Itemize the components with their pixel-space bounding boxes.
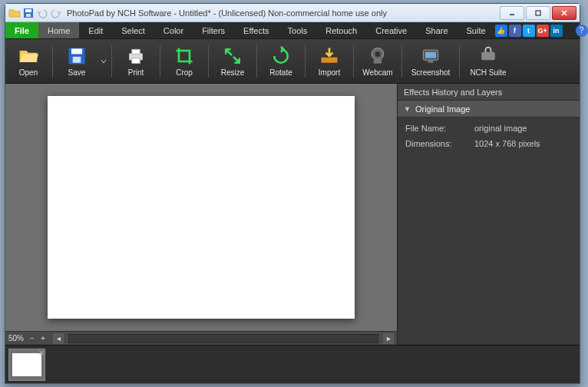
thumbnail[interactable]: ✕ <box>8 349 45 381</box>
menubar: File Home Edit Select Color Filters Effe… <box>5 22 580 39</box>
resize-button[interactable]: Resize <box>211 41 254 81</box>
window-title: PhotoPad by NCH Software - Untitled* - (… <box>67 8 498 18</box>
statusbar: 50% − + ◂ ▸ <box>5 331 397 345</box>
suite-icon <box>477 45 499 67</box>
canvas[interactable] <box>48 96 355 319</box>
scroll-left-button[interactable]: ◂ <box>53 333 64 344</box>
linkedin-icon[interactable]: in <box>550 25 563 37</box>
svg-rect-2 <box>26 14 31 17</box>
separator <box>160 45 160 78</box>
zoom-level: 50% <box>8 334 24 342</box>
menu-filters[interactable]: Filters <box>193 22 234 38</box>
redo-icon[interactable] <box>50 7 62 19</box>
separator <box>401 45 402 78</box>
resize-label: Resize <box>221 68 245 77</box>
menu-color[interactable]: Color <box>154 22 193 38</box>
menu-share[interactable]: Share <box>416 22 457 38</box>
svg-rect-10 <box>132 58 140 64</box>
svg-rect-18 <box>481 52 495 61</box>
import-button[interactable]: Import <box>308 41 351 81</box>
layer-row-original[interactable]: ▼ Original Image <box>398 101 580 117</box>
floppy-icon <box>66 45 88 67</box>
canvas-area: 50% − + ◂ ▸ <box>5 84 397 345</box>
like-icon[interactable]: 👍 <box>495 25 507 37</box>
content-area: 50% − + ◂ ▸ Effects History and Layers ▼… <box>5 84 580 345</box>
app-window: PhotoPad by NCH Software - Untitled* - (… <box>5 3 580 384</box>
dimensions-label: Dimensions: <box>405 139 474 148</box>
filename-value: original image <box>474 124 527 133</box>
menu-tools[interactable]: Tools <box>279 22 317 38</box>
svg-rect-9 <box>132 49 140 54</box>
rotate-button[interactable]: Rotate <box>259 41 302 81</box>
svg-rect-17 <box>428 61 434 63</box>
nch-suite-button[interactable]: NCH Suite <box>462 41 514 81</box>
separator <box>52 45 53 78</box>
window-controls <box>498 6 576 20</box>
help-icon[interactable]: ? <box>576 25 588 37</box>
horizontal-scrollbar[interactable] <box>68 334 378 343</box>
menu-home[interactable]: Home <box>38 22 79 38</box>
panel-body: File Name: original image Dimensions: 10… <box>398 117 580 160</box>
crop-label: Crop <box>176 68 193 77</box>
maximize-button[interactable] <box>526 6 550 20</box>
menu-edit[interactable]: Edit <box>79 22 112 38</box>
minimize-button[interactable] <box>500 6 524 20</box>
webcam-button[interactable]: Webcam <box>356 41 399 81</box>
svg-rect-6 <box>71 48 82 54</box>
svg-rect-11 <box>322 58 338 63</box>
twitter-icon[interactable]: t <box>523 25 535 37</box>
import-label: Import <box>319 68 340 77</box>
dimensions-value: 1024 x 768 pixels <box>474 139 540 148</box>
crop-icon <box>173 45 195 67</box>
menu-effects[interactable]: Effects <box>234 22 278 38</box>
open-label: Open <box>19 68 38 77</box>
svg-rect-1 <box>25 9 31 12</box>
close-button[interactable] <box>552 6 576 20</box>
svg-rect-16 <box>425 52 436 58</box>
scroll-right-button[interactable]: ▸ <box>383 333 394 344</box>
chevron-down-icon: ▼ <box>404 105 411 113</box>
svg-rect-14 <box>374 60 382 63</box>
googleplus-icon[interactable]: G+ <box>537 25 549 37</box>
printer-icon <box>125 45 147 67</box>
separator <box>111 45 112 78</box>
separator <box>459 45 460 78</box>
menu-creative[interactable]: Creative <box>366 22 416 38</box>
screenshot-button[interactable]: Screenshot <box>405 41 457 81</box>
save-button[interactable]: Save <box>55 41 98 81</box>
menu-select[interactable]: Select <box>112 22 154 38</box>
import-icon <box>319 45 340 67</box>
canvas-viewport[interactable] <box>5 84 397 331</box>
titlebar: PhotoPad by NCH Software - Untitled* - (… <box>5 4 580 22</box>
separator <box>305 45 306 78</box>
quick-access <box>8 7 62 19</box>
filmstrip: ✕ <box>5 345 580 383</box>
zoom-out-button[interactable]: − <box>27 333 38 344</box>
menu-file[interactable]: File <box>5 22 38 38</box>
save-label: Save <box>68 68 86 77</box>
zoom-in-button[interactable]: + <box>38 333 48 344</box>
webcam-icon <box>367 45 388 67</box>
suite-label: NCH Suite <box>470 68 506 77</box>
save-icon[interactable] <box>22 7 35 19</box>
filename-label: File Name: <box>405 124 474 133</box>
save-dropdown[interactable] <box>98 41 109 81</box>
print-label: Print <box>128 68 144 77</box>
resize-icon <box>222 45 243 67</box>
undo-icon[interactable] <box>36 7 48 19</box>
panel-title: Effects History and Layers <box>398 84 580 101</box>
folder-open-icon <box>18 45 39 67</box>
ribbon: Open Save Print Crop Resize Rotate <box>5 39 580 84</box>
crop-button[interactable]: Crop <box>163 41 206 81</box>
facebook-icon[interactable]: f <box>509 25 521 37</box>
screenshot-label: Screenshot <box>411 68 451 77</box>
open-icon[interactable] <box>8 7 21 19</box>
print-button[interactable]: Print <box>114 41 157 81</box>
thumbnail-close-button[interactable]: ✕ <box>37 348 46 357</box>
layer-label: Original Image <box>415 104 471 114</box>
separator <box>256 45 257 78</box>
open-button[interactable]: Open <box>7 41 50 81</box>
menu-suite[interactable]: Suite <box>458 22 495 38</box>
menu-retouch[interactable]: Retouch <box>316 22 366 38</box>
rotate-icon <box>270 45 292 67</box>
